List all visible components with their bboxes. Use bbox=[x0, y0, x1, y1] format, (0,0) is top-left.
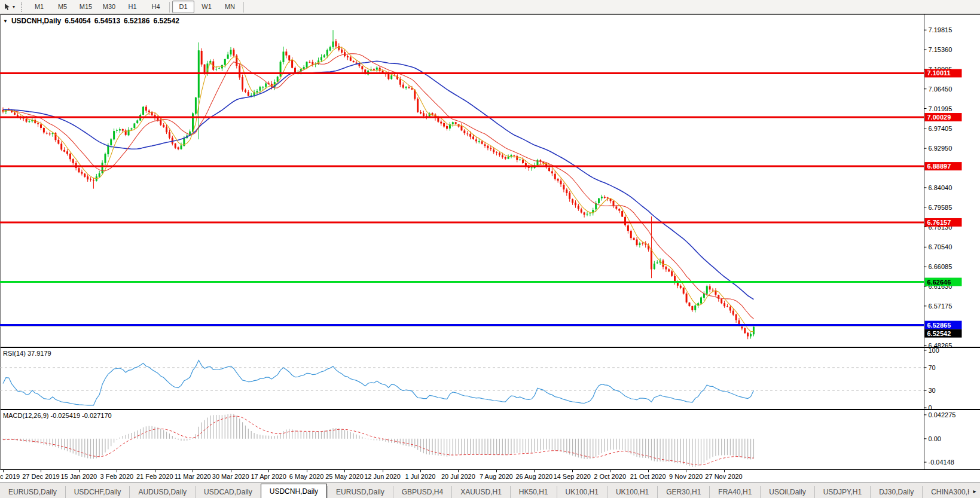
svg-text:6.97405: 6.97405 bbox=[929, 125, 952, 132]
date-label: 25 May 2020 bbox=[325, 473, 364, 480]
toolbar-grip[interactable] bbox=[21, 2, 25, 12]
timeframe-button-m30[interactable]: M30 bbox=[98, 1, 120, 13]
price-level-tag-6.88897: 6.88897 bbox=[925, 162, 962, 170]
date-label: 21 Oct 2020 bbox=[630, 473, 666, 480]
date-label: 21 Feb 2020 bbox=[136, 473, 173, 480]
cursor-arrow-icon bbox=[4, 3, 11, 11]
chart-tab-ger30-h1[interactable]: GER30,H1 bbox=[657, 486, 709, 498]
svg-text:7.00029: 7.00029 bbox=[927, 114, 951, 121]
date-label: 7 Aug 2020 bbox=[480, 473, 513, 480]
svg-text:100: 100 bbox=[929, 347, 939, 354]
chart-tab-audusd-daily[interactable]: AUDUSD,Daily bbox=[129, 486, 195, 498]
price-level-tag-7.00029: 7.00029 bbox=[925, 113, 962, 121]
svg-text:7.15360: 7.15360 bbox=[929, 46, 952, 53]
price-level-tag-7.10011: 7.10011 bbox=[925, 69, 962, 77]
svg-text:-0.04148: -0.04148 bbox=[929, 459, 954, 466]
date-tick bbox=[724, 470, 725, 472]
date-tick bbox=[572, 470, 573, 472]
price-chart-area[interactable] bbox=[0, 15, 924, 347]
tab-scroll-right-icon[interactable]: ▸ bbox=[969, 483, 980, 498]
date-label: 30 Mar 2020 bbox=[212, 473, 249, 480]
date-tick bbox=[117, 470, 117, 472]
svg-text:7.10011: 7.10011 bbox=[927, 69, 951, 77]
svg-text:7.06450: 7.06450 bbox=[929, 85, 952, 93]
date-label: 27 Dec 2019 bbox=[22, 473, 59, 480]
date-tick bbox=[41, 470, 41, 472]
chart-tab-uk100-h1[interactable]: UK100,H1 bbox=[607, 486, 657, 498]
date-tick bbox=[268, 470, 269, 472]
chart-tab-eurusd-daily[interactable]: EURUSD,Daily bbox=[0, 486, 65, 498]
chart-canvas[interactable]: 7.198157.153607.109057.064507.019956.974… bbox=[0, 14, 980, 470]
date-label: 3 Feb 2020 bbox=[100, 473, 134, 480]
svg-text:0.042275: 0.042275 bbox=[929, 411, 956, 418]
date-tick bbox=[534, 470, 535, 472]
svg-text:0: 0 bbox=[929, 404, 932, 411]
chart-tab-usoil-daily[interactable]: USOil,Daily bbox=[760, 486, 814, 498]
svg-text:6.88897: 6.88897 bbox=[927, 163, 951, 170]
svg-text:70: 70 bbox=[929, 364, 936, 371]
date-label: 27 Nov 2020 bbox=[705, 473, 742, 480]
svg-text:6.52542: 6.52542 bbox=[927, 330, 951, 337]
chart-tab-china300-h1[interactable]: CHINA300,H1 bbox=[922, 486, 969, 498]
chart-tab-usdcnh-daily[interactable]: USDCNH,Daily bbox=[261, 484, 327, 498]
toolbar-separator bbox=[169, 2, 170, 13]
date-tick bbox=[383, 470, 383, 472]
svg-text:6.84040: 6.84040 bbox=[929, 184, 952, 191]
date-label: 1 Jul 2020 bbox=[405, 473, 436, 480]
date-tick bbox=[648, 470, 649, 472]
date-tick bbox=[420, 470, 421, 472]
date-tick bbox=[155, 470, 155, 472]
date-label: 26 Aug 2020 bbox=[515, 473, 552, 480]
timeframe-button-m1[interactable]: M1 bbox=[28, 1, 50, 13]
chart-tab-uk100-h1[interactable]: UK100,H1 bbox=[557, 486, 607, 498]
date-label: 17 Apr 2020 bbox=[251, 473, 286, 480]
chart-tab-hk50-h1[interactable]: HK50,H1 bbox=[510, 486, 557, 498]
chart-tab-bar: EURUSD,DailyUSDCHF,DailyAUDUSD,DailyUSDC… bbox=[0, 482, 980, 498]
date-tick bbox=[3, 470, 4, 472]
svg-text:6.52865: 6.52865 bbox=[927, 322, 951, 329]
date-tick bbox=[79, 470, 80, 472]
date-label: 9 Dec 2019 bbox=[0, 473, 20, 480]
timeframe-button-mn[interactable]: MN bbox=[219, 1, 241, 13]
date-tick bbox=[686, 470, 686, 472]
chart-tab-usdchf-daily[interactable]: USDCHF,Daily bbox=[65, 486, 130, 498]
chart-tab-dj30-daily[interactable]: DJ30,Daily bbox=[870, 486, 922, 498]
svg-text:6.70540: 6.70540 bbox=[929, 243, 952, 250]
svg-text:0.00: 0.00 bbox=[929, 435, 941, 442]
chart-tab-eurusd-daily[interactable]: EURUSD,Daily bbox=[327, 486, 393, 498]
chart-tab-xauusd-h1[interactable]: XAUUSD,H1 bbox=[451, 486, 510, 498]
chart-tab-gbpusd-h4[interactable]: GBPUSD,H4 bbox=[393, 486, 451, 498]
chart-tab-usdjpy-h1[interactable]: USDJPY,H1 bbox=[814, 486, 870, 498]
date-axis[interactable]: 9 Dec 201927 Dec 201915 Jan 20203 Feb 20… bbox=[0, 470, 980, 484]
chart-tab-usdcad-daily[interactable]: USDCAD,Daily bbox=[195, 486, 261, 498]
date-tick bbox=[231, 470, 231, 472]
svg-text:6.57175: 6.57175 bbox=[929, 303, 952, 310]
date-tick bbox=[610, 470, 610, 472]
timeframe-button-h1[interactable]: H1 bbox=[121, 1, 144, 13]
cursor-tool-caret-icon[interactable]: ▾ bbox=[13, 5, 15, 10]
svg-text:30: 30 bbox=[929, 387, 936, 394]
macd-panel-area[interactable] bbox=[0, 410, 924, 469]
date-label: 2 Oct 2020 bbox=[594, 473, 626, 480]
timeframe-button-w1[interactable]: W1 bbox=[196, 1, 218, 13]
timeframe-button-m5[interactable]: M5 bbox=[51, 1, 74, 13]
date-label: 11 Mar 2020 bbox=[175, 473, 211, 480]
svg-text:6.92950: 6.92950 bbox=[929, 145, 952, 152]
timeframe-button-d1[interactable]: D1 bbox=[172, 1, 194, 13]
date-tick bbox=[458, 470, 459, 472]
date-label: 15 Jan 2020 bbox=[61, 473, 97, 480]
date-tick bbox=[496, 470, 497, 472]
current-price-tag: 6.52542 bbox=[925, 329, 962, 338]
svg-text:6.66085: 6.66085 bbox=[929, 263, 952, 270]
svg-text:6.76157: 6.76157 bbox=[927, 219, 951, 226]
svg-text:6.62646: 6.62646 bbox=[927, 279, 951, 286]
cursor-tool-button[interactable]: ▾ bbox=[0, 0, 19, 14]
timeframe-button-group: M1M5M15M30H1H4D1W1MN bbox=[28, 0, 246, 14]
timeframe-button-m15[interactable]: M15 bbox=[75, 1, 97, 13]
rsi-panel-area[interactable] bbox=[0, 348, 924, 409]
svg-text:7.19815: 7.19815 bbox=[929, 26, 952, 33]
chart-tab-fra40-h1[interactable]: FRA40,H1 bbox=[709, 486, 760, 498]
toolbar: ▾ M1M5M15M30H1H4D1W1MN bbox=[0, 0, 980, 14]
timeframe-button-h4[interactable]: H4 bbox=[145, 1, 167, 13]
svg-text:6.79585: 6.79585 bbox=[929, 204, 952, 211]
